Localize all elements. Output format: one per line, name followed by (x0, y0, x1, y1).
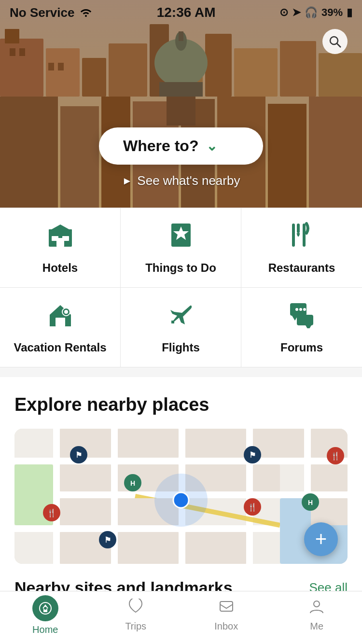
svg-text:🍴: 🍴 (248, 503, 257, 512)
svg-text:H: H (130, 479, 135, 487)
me-icon (308, 599, 325, 618)
svg-point-50 (303, 308, 306, 311)
svg-text:H: H (308, 499, 313, 506)
status-right: ⊙ ➤ 🎧 39% ▮ (279, 6, 352, 19)
restaurant-icon (288, 222, 315, 254)
nav-inbox[interactable]: Inbox (181, 599, 272, 637)
category-forums[interactable]: Forums (241, 288, 362, 367)
see-nearby-button[interactable]: ► See what's nearby (122, 173, 240, 188)
svg-text:⚑: ⚑ (249, 451, 256, 459)
svg-marker-48 (306, 325, 311, 328)
svg-point-81 (173, 492, 189, 508)
me-label: Me (310, 621, 323, 632)
svg-rect-47 (297, 315, 313, 325)
chevron-down-icon: ⌄ (206, 138, 217, 154)
svg-rect-78 (118, 532, 179, 564)
home-label: Home (32, 624, 58, 635)
vacation-icon (47, 301, 74, 334)
svg-rect-40 (303, 224, 306, 247)
svg-rect-41 (297, 224, 300, 233)
hero-controls: Where to? ⌄ ► See what's nearby (0, 127, 362, 188)
hotels-label: Hotels (42, 261, 78, 275)
trips-label: Trips (125, 621, 146, 632)
svg-rect-35 (49, 229, 72, 234)
svg-rect-74 (253, 464, 280, 491)
forum-icon (288, 301, 315, 334)
category-things-to-do[interactable]: Things to Do (121, 208, 241, 288)
svg-rect-71 (185, 429, 246, 458)
arrow-icon: ► (122, 175, 133, 187)
category-grid: Hotels Things to Do Restaurants (0, 208, 362, 367)
hero-section: Where to? ⌄ ► See what's nearby (0, 0, 362, 208)
status-left: No Service (10, 5, 93, 20)
svg-rect-39 (292, 224, 295, 247)
category-restaurants[interactable]: Restaurants (241, 208, 362, 288)
svg-rect-65 (118, 429, 179, 458)
things-label: Things to Do (145, 261, 216, 275)
nav-trips[interactable]: Trips (91, 599, 181, 637)
svg-point-44 (64, 310, 68, 314)
headphone-icon: 🎧 (305, 6, 318, 19)
add-fab-button[interactable]: + (304, 522, 338, 556)
svg-point-51 (295, 308, 298, 311)
explore-section: Explore nearby places (0, 377, 362, 602)
search-icon[interactable] (322, 29, 348, 54)
things-icon (167, 222, 195, 254)
explore-title: Explore nearby places (14, 394, 348, 415)
inbox-label: Inbox (214, 621, 238, 632)
signal-label: No Service (10, 5, 74, 20)
svg-line-31 (337, 43, 341, 47)
svg-point-30 (330, 37, 338, 44)
home-icon (32, 595, 58, 621)
where-to-search[interactable]: Where to? ⌄ (99, 127, 263, 165)
forums-label: Forums (280, 341, 323, 354)
category-vacation-rentals[interactable]: Vacation Rentals (0, 288, 121, 367)
inbox-icon (218, 599, 235, 618)
nearby-label: See what's nearby (137, 173, 240, 188)
bottom-navigation: Home Trips Inbox Me (0, 591, 362, 644)
search-label: Where to? (123, 137, 198, 155)
svg-point-49 (299, 308, 302, 311)
nav-me[interactable]: Me (272, 599, 362, 637)
nav-home[interactable]: Home (0, 595, 91, 640)
svg-point-101 (314, 601, 320, 607)
flights-label: Flights (162, 341, 200, 354)
arrow-icon: ➤ (292, 6, 301, 19)
status-bar: No Service 12:36 AM ⊙ ➤ 🎧 39% ▮ (0, 0, 362, 23)
battery-icon: ▮ (347, 6, 352, 19)
battery-label: 39% (321, 6, 343, 19)
restaurants-label: Restaurants (268, 261, 335, 275)
svg-rect-56 (53, 429, 60, 564)
svg-rect-69 (60, 498, 111, 525)
svg-text:⚑: ⚑ (104, 536, 111, 544)
location-icon: ⊙ (279, 6, 288, 19)
flight-icon (167, 301, 195, 334)
trips-icon (127, 599, 144, 618)
map-container[interactable]: ⚑ ⚑ ⚑ H H 🍴 🍴 🍴 + (14, 429, 348, 564)
category-hotels[interactable]: Hotels (0, 208, 121, 288)
svg-rect-75 (311, 464, 348, 491)
wifi-icon (79, 5, 93, 20)
svg-point-99 (44, 607, 47, 610)
vacation-label: Vacation Rentals (14, 341, 106, 354)
hotel-icon (47, 222, 74, 254)
svg-rect-42 (56, 318, 65, 326)
svg-rect-36 (56, 238, 64, 247)
category-flights[interactable]: Flights (121, 288, 241, 367)
svg-text:🍴: 🍴 (47, 508, 56, 518)
svg-text:🍴: 🍴 (331, 451, 340, 461)
svg-rect-100 (220, 602, 233, 611)
svg-rect-79 (185, 532, 246, 564)
svg-text:⚑: ⚑ (75, 451, 82, 459)
svg-rect-66 (60, 464, 111, 491)
time-display: 12:36 AM (157, 5, 216, 20)
